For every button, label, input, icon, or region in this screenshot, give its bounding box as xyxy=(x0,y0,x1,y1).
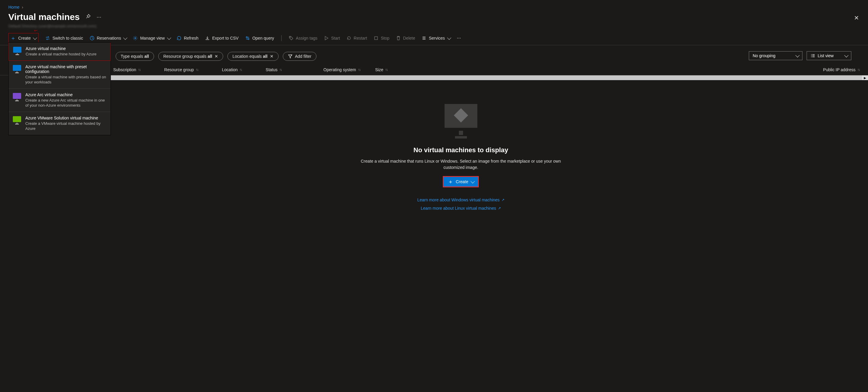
restart-button[interactable]: Restart xyxy=(346,36,367,40)
list-view-icon xyxy=(810,53,815,58)
stop-button[interactable]: Stop xyxy=(374,36,390,40)
restart-icon xyxy=(346,36,351,40)
filter-row: Type equals all Resource group equals al… xyxy=(107,48,325,64)
menu-item-title: Azure Arc virtual machine xyxy=(25,92,106,97)
more-icon[interactable]: ⋯ xyxy=(97,14,101,20)
assign-tags-button[interactable]: Assign tags xyxy=(289,36,317,40)
chevron-down-icon xyxy=(447,36,451,40)
sort-icon: ↑↓ xyxy=(138,68,141,72)
query-icon xyxy=(245,36,250,40)
scroll-right-button[interactable]: ▶ xyxy=(862,75,868,80)
scrollbar-thumb[interactable] xyxy=(8,75,862,80)
open-query-button[interactable]: Open query xyxy=(245,36,274,40)
list-view-dropdown[interactable]: List view xyxy=(807,51,851,60)
manage-view-button[interactable]: Manage view xyxy=(133,36,170,40)
menu-item-title: Azure virtual machine with preset config… xyxy=(25,64,106,74)
clock-icon xyxy=(90,36,94,40)
table-header: Subscription↑↓ Resource group↑↓ Location… xyxy=(0,64,868,75)
chevron-down-icon xyxy=(123,36,127,40)
stop-icon xyxy=(374,36,378,40)
column-resource-group[interactable]: Resource group↑↓ xyxy=(164,67,198,72)
reservations-button[interactable]: Reservations xyxy=(90,36,127,40)
svg-point-1 xyxy=(135,37,136,39)
download-icon xyxy=(205,36,210,40)
filter-type-pill[interactable]: Type equals all xyxy=(116,52,154,61)
create-dropdown: Azure virtual machine Create a virtual m… xyxy=(8,42,111,135)
services-button[interactable]: Services xyxy=(422,36,450,40)
create-menu-azure-vmware-vm[interactable]: Azure VMware Solution virtual machine Cr… xyxy=(9,112,111,135)
vm-icon xyxy=(13,116,21,123)
list-icon xyxy=(422,36,426,40)
swap-icon xyxy=(45,36,50,40)
grouping-dropdown[interactable]: No grouping xyxy=(749,51,802,60)
gear-icon xyxy=(133,36,138,40)
empty-description: Create a virtual machine that runs Linux… xyxy=(357,158,565,171)
pill-label: Type equals all xyxy=(121,54,149,59)
chevron-down-icon xyxy=(33,36,37,40)
pill-label: Resource group equals all xyxy=(163,54,212,59)
empty-state: No virtual machines to display Create a … xyxy=(54,80,868,213)
column-location[interactable]: Location↑↓ xyxy=(222,67,242,72)
column-status[interactable]: Status↑↓ xyxy=(266,67,282,72)
external-link-icon: ↗ xyxy=(498,206,501,210)
export-csv-button[interactable]: Export to CSV xyxy=(205,36,239,40)
clear-filter-icon[interactable]: ✕ xyxy=(215,54,218,59)
chevron-down-icon xyxy=(795,53,800,58)
sort-icon: ↑↓ xyxy=(240,68,242,72)
pin-icon[interactable] xyxy=(86,14,91,20)
svg-point-2 xyxy=(246,37,247,38)
refresh-icon xyxy=(177,36,182,40)
tag-icon xyxy=(289,36,293,40)
page-title-row: Virtual machines ⋯ ✕ xyxy=(0,12,868,24)
view-controls: No grouping List view xyxy=(741,49,860,64)
chevron-down-icon xyxy=(167,36,171,40)
menu-item-subtitle: Create a virtual machine hosted by Azure xyxy=(26,52,97,57)
empty-heading: No virtual machines to display xyxy=(413,146,508,154)
menu-item-subtitle: Create a new Azure Arc virtual machine i… xyxy=(25,98,106,108)
create-menu-azure-vm-preset[interactable]: Azure virtual machine with preset config… xyxy=(9,61,111,89)
plus-icon: ＋ xyxy=(10,35,16,42)
chevron-down-icon xyxy=(470,179,475,184)
sort-icon: ↑↓ xyxy=(196,68,198,72)
page-title: Virtual machines xyxy=(8,12,80,22)
learn-linux-link[interactable]: Learn more about Linux virtual machines … xyxy=(421,206,501,210)
breadcrumb-home-link[interactable]: Home xyxy=(8,5,19,9)
create-menu-azure-arc-vm[interactable]: Azure Arc virtual machine Create a new A… xyxy=(9,89,111,112)
svg-rect-5 xyxy=(375,37,377,40)
menu-item-subtitle: Create a VMware virtual machine hosted b… xyxy=(25,121,106,131)
grouping-label: No grouping xyxy=(753,53,775,58)
column-public-ip[interactable]: Public IP address↑↓ xyxy=(823,67,860,72)
svg-point-4 xyxy=(290,37,290,37)
create-menu-azure-vm[interactable]: Azure virtual machine Create a virtual m… xyxy=(9,42,110,61)
separator xyxy=(281,35,282,41)
vm-icon xyxy=(13,65,21,72)
close-icon[interactable]: ✕ xyxy=(854,14,859,22)
filter-location-pill[interactable]: Location equals all ✕ xyxy=(227,52,279,61)
column-operating-system[interactable]: Operating system↑↓ xyxy=(323,67,360,72)
clear-filter-icon[interactable]: ✕ xyxy=(270,54,274,59)
plus-icon: ＋ xyxy=(448,179,453,185)
switch-classic-button[interactable]: Switch to classic xyxy=(45,36,83,40)
start-button[interactable]: Start xyxy=(324,36,340,40)
sort-icon: ↑↓ xyxy=(358,68,360,72)
external-link-icon: ↗ xyxy=(501,198,504,202)
toolbar: ↙ ＋ Create Switch to classic Reservation… xyxy=(0,31,868,45)
refresh-button[interactable]: Refresh xyxy=(177,36,198,40)
create-button[interactable]: ↙ ＋ Create xyxy=(8,33,39,43)
column-size[interactable]: Size↑↓ xyxy=(375,67,388,72)
delete-button[interactable]: Delete xyxy=(396,36,415,40)
trash-icon xyxy=(396,36,401,40)
filters-and-view-row: Type equals all Resource group equals al… xyxy=(0,45,868,64)
overflow-button[interactable]: ⋯ xyxy=(457,36,461,40)
learn-windows-link[interactable]: Learn more about Windows virtual machine… xyxy=(417,197,504,202)
create-primary-button[interactable]: ＋ Create xyxy=(444,177,478,187)
directory-subtitle: Default Directory (user@example.onmicros… xyxy=(0,24,868,31)
column-subscription[interactable]: Subscription↑↓ xyxy=(113,67,141,72)
chevron-right-icon: › xyxy=(22,5,23,9)
create-button-label: Create xyxy=(18,36,31,40)
filter-resource-group-pill[interactable]: Resource group equals all ✕ xyxy=(158,52,223,61)
horizontal-scrollbar[interactable]: ▶ xyxy=(0,75,868,80)
list-view-label: List view xyxy=(818,53,834,58)
chevron-down-icon xyxy=(844,53,848,58)
add-filter-pill[interactable]: Add filter xyxy=(283,52,316,61)
